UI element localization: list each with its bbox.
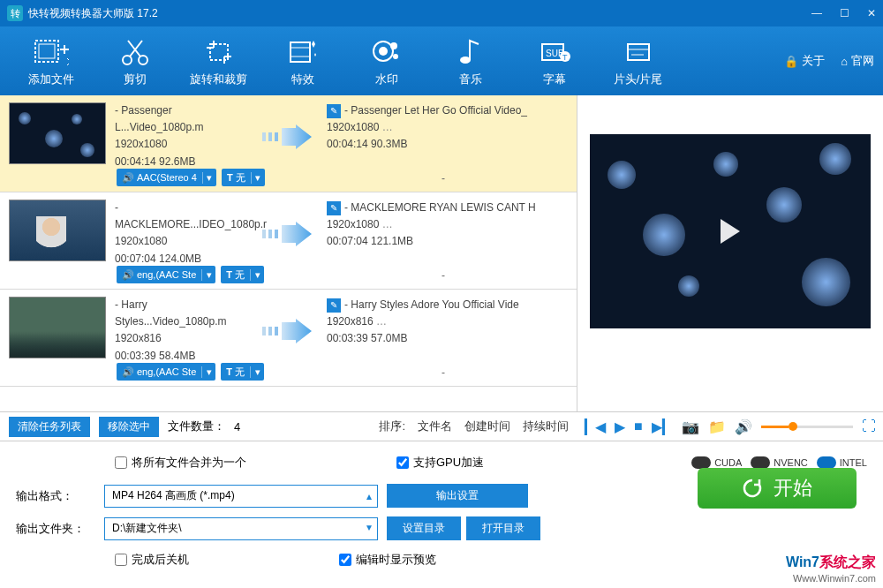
audio-track-selector[interactable]: 🔊eng,(AAC Ste▾	[117, 363, 215, 381]
source-resolution: 1920x1080	[115, 136, 247, 153]
file-count-value: 4	[234, 420, 240, 433]
edit-name-button[interactable]: ✎	[327, 298, 341, 313]
toolbar-intro-outro[interactable]: 片头/片尾	[596, 34, 680, 87]
sort-by-duration[interactable]: 持续时间	[523, 418, 569, 434]
subtitle-value: 无	[236, 171, 245, 185]
site-watermark: Win7系统之家 Www.Winwin7.com	[786, 554, 876, 584]
source-resolution: 1920x816	[115, 330, 247, 347]
gpu-checkbox-input[interactable]	[396, 456, 409, 469]
source-size: 92.6MB	[159, 155, 195, 168]
svg-rect-28	[275, 327, 278, 335]
open-folder-button[interactable]: 打开目录	[466, 516, 540, 540]
gpu-checkbox[interactable]: 支持GPU加速	[396, 455, 484, 471]
start-label: 开始	[774, 475, 812, 501]
more-icon[interactable]: …	[382, 121, 393, 133]
toolbar-rotate-crop[interactable]: 旋转和裁剪	[177, 34, 260, 87]
preview-on-edit-label: 编辑时显示预览	[356, 552, 436, 568]
stop-button[interactable]: ■	[634, 418, 643, 434]
subtitle-selector[interactable]: T 无▾	[221, 363, 264, 381]
clear-list-button[interactable]: 清除任务列表	[9, 417, 90, 437]
merge-checkbox-input[interactable]	[115, 456, 127, 469]
sort-by-created[interactable]: 创建时间	[464, 418, 510, 434]
audio-codec-value: AAC(Stereo 4	[137, 172, 197, 183]
more-icon[interactable]: …	[376, 315, 387, 328]
status-placeholder: -	[442, 366, 445, 379]
destination-info: ✎- Passenger Let Her Go Official Video_1…	[327, 102, 568, 188]
snapshot-button[interactable]: 📷	[682, 418, 699, 435]
audio-track-selector[interactable]: 🔊eng,(AAC Ste▾	[117, 266, 215, 283]
preview-screen[interactable]	[590, 134, 871, 328]
edit-name-button[interactable]: ✎	[327, 201, 341, 215]
video-thumbnail[interactable]	[9, 297, 106, 358]
toolbar-subtitle[interactable]: SUBT 字幕	[512, 34, 596, 87]
svg-rect-22	[275, 132, 278, 141]
svg-point-9	[379, 47, 388, 56]
shutdown-checkbox[interactable]: 完成后关机	[115, 552, 189, 568]
remove-selected-button[interactable]: 移除选中	[99, 417, 159, 437]
about-label: 关于	[802, 53, 825, 69]
preview-on-edit-checkbox-input[interactable]	[339, 554, 351, 566]
destination-size: 57.0MB	[371, 332, 407, 344]
chevron-down-icon: ▾	[202, 172, 216, 184]
status-placeholder: -	[442, 172, 445, 185]
merge-checkbox[interactable]: 将所有文件合并为一个	[115, 455, 246, 471]
toolbar-label: 添加文件	[9, 72, 93, 87]
volume-slider[interactable]	[761, 426, 853, 428]
svg-text:T: T	[562, 53, 568, 62]
toolbar-music[interactable]: 音乐	[428, 34, 512, 87]
open-folder-button[interactable]: 📁	[708, 418, 726, 435]
website-link[interactable]: ⌂ 官网	[841, 53, 874, 69]
minimize-button[interactable]: —	[811, 7, 822, 19]
toolbar-cut[interactable]: 剪切	[93, 34, 177, 87]
start-button[interactable]: 开始	[698, 468, 857, 509]
destination-size: 90.3MB	[371, 138, 407, 150]
toolbar-effects[interactable]: 特效	[260, 34, 344, 87]
video-thumbnail[interactable]	[9, 102, 106, 164]
convert-arrow-icon	[256, 279, 318, 382]
destination-filename: - MACKLEMORE RYAN LEWIS CANT H	[344, 200, 536, 216]
source-size: 58.4MB	[159, 350, 195, 362]
toolbar-add-file[interactable]: 添加文件	[9, 34, 93, 87]
shutdown-checkbox-input[interactable]	[115, 554, 127, 566]
svg-point-10	[390, 42, 397, 49]
output-settings-button[interactable]: 输出设置	[387, 484, 528, 508]
next-frame-button[interactable]: ▶▎	[652, 418, 673, 435]
destination-resolution: 1920x816	[327, 315, 374, 328]
file-row[interactable]: - Harry Styles...Video_1080p.m1920x81600…	[0, 290, 577, 387]
svg-rect-1	[39, 44, 55, 58]
svg-rect-21	[268, 132, 272, 141]
toolbar-label: 特效	[260, 72, 344, 87]
edit-name-button[interactable]: ✎	[327, 104, 341, 118]
close-button[interactable]: ✕	[867, 7, 876, 19]
source-resolution: 1920x1080	[115, 233, 247, 250]
maximize-button[interactable]: ☐	[840, 7, 849, 19]
source-duration: 00:03:39	[115, 350, 156, 362]
svg-rect-26	[262, 327, 266, 335]
output-format-label: 输出格式：	[16, 488, 95, 504]
output-options: 将所有文件合并为一个 支持GPU加速 CUDA NVENC INTEL 输出格式…	[0, 441, 883, 588]
more-icon[interactable]: …	[382, 218, 393, 230]
preview-on-edit-checkbox[interactable]: 编辑时显示预览	[339, 552, 436, 568]
audio-track-selector[interactable]: 🔊AAC(Stereo 4▾	[117, 169, 216, 186]
chevron-down-icon: ▾	[201, 269, 215, 281]
set-folder-button[interactable]: 设置目录	[387, 516, 461, 540]
about-link[interactable]: 🔒 关于	[784, 53, 825, 69]
toolbar-watermark[interactable]: 水印	[344, 34, 428, 87]
output-folder-combo[interactable]: D:\新建文件夹\ ▴	[104, 517, 378, 540]
file-row[interactable]: - Passenger L...Video_1080p.m1920x108000…	[0, 95, 577, 192]
gpu-label: 支持GPU加速	[413, 455, 484, 471]
film-add-icon	[9, 34, 93, 70]
fullscreen-button[interactable]: ⛶	[862, 418, 876, 434]
volume-icon[interactable]: 🔊	[735, 418, 752, 435]
play-button[interactable]: ▶	[615, 418, 625, 435]
svg-point-2	[123, 56, 132, 64]
svg-rect-20	[262, 132, 266, 141]
sort-by-name[interactable]: 文件名	[418, 418, 452, 434]
source-size: 124.0MB	[159, 253, 201, 265]
file-row[interactable]: - MACKLEMORE...IDEO_1080p.r1920x108000:0…	[0, 192, 577, 290]
video-thumbnail[interactable]	[9, 200, 106, 261]
play-icon[interactable]	[721, 219, 740, 244]
prev-frame-button[interactable]: ▎◀	[585, 418, 606, 435]
output-format-combo[interactable]: MP4 H264 高画质 (*.mp4) ▴	[104, 485, 378, 508]
chevron-down-icon: ▾	[250, 366, 264, 378]
